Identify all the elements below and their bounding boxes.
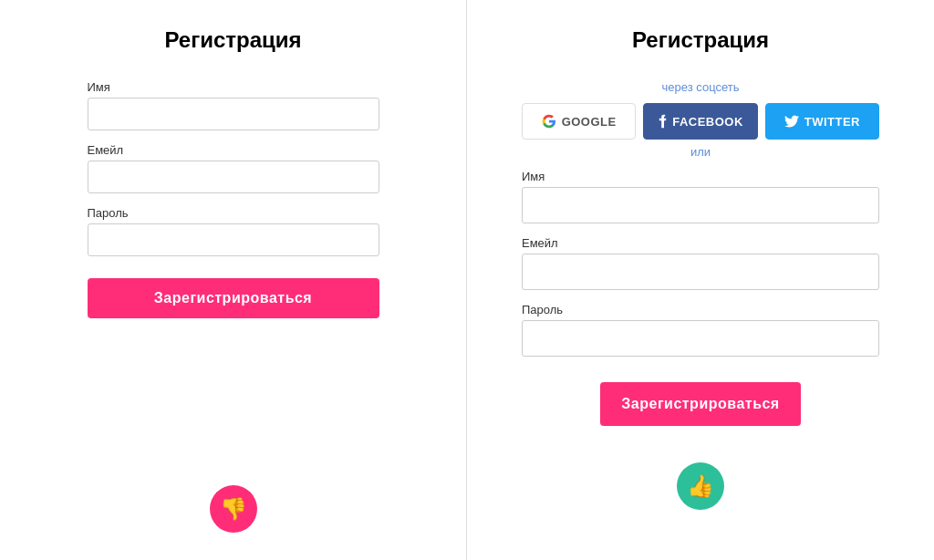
twitter-icon: [784, 115, 799, 128]
social-buttons-row: GOOGLE FACEBOOK TWITTER: [522, 103, 879, 140]
right-register-button[interactable]: Зарегистрироваться: [600, 382, 801, 426]
left-title: Регистрация: [55, 27, 411, 53]
right-password-input[interactable]: [522, 320, 879, 357]
right-content: Регистрация через соцсеть GOOGLE FACEBOO…: [522, 27, 879, 510]
left-name-label: Имя: [88, 80, 379, 94]
left-password-input[interactable]: [88, 223, 379, 256]
left-name-input[interactable]: [88, 98, 379, 130]
right-thumb-area: 👍: [677, 426, 724, 510]
twitter-button-label: TWITTER: [804, 115, 860, 129]
left-panel: Регистрация Имя Емейл Пароль Зарегистрир…: [0, 0, 467, 560]
thumbs-up-icon: 👍: [677, 462, 724, 510]
left-thumb-area: 👎: [210, 449, 257, 533]
left-form: Имя Емейл Пароль Зарегистрироваться: [88, 80, 379, 318]
right-name-label: Имя: [522, 170, 879, 183]
via-social-label: через соцсеть: [662, 80, 740, 94]
google-button[interactable]: GOOGLE: [522, 103, 636, 140]
right-name-input[interactable]: [522, 187, 879, 223]
left-password-label: Пароль: [88, 206, 379, 220]
thumbs-down-icon: 👎: [210, 485, 257, 533]
right-form: Имя Емейл Пароль Зарегистрироваться: [522, 170, 879, 426]
right-email-label: Емейл: [522, 236, 879, 250]
left-email-label: Емейл: [88, 143, 379, 157]
right-title: Регистрация: [522, 27, 879, 53]
right-panel: Регистрация через соцсеть GOOGLE FACEBOO…: [467, 0, 934, 560]
right-password-label: Пароль: [522, 303, 879, 316]
or-label: или: [690, 145, 711, 159]
twitter-button[interactable]: TWITTER: [765, 103, 879, 140]
left-register-button[interactable]: Зарегистрироваться: [88, 278, 379, 318]
google-button-label: GOOGLE: [562, 115, 617, 129]
facebook-icon: [658, 114, 667, 129]
facebook-button[interactable]: FACEBOOK: [643, 103, 757, 140]
facebook-button-label: FACEBOOK: [672, 115, 743, 129]
google-icon: [542, 114, 556, 129]
left-email-input[interactable]: [88, 161, 379, 193]
right-email-input[interactable]: [522, 254, 879, 290]
